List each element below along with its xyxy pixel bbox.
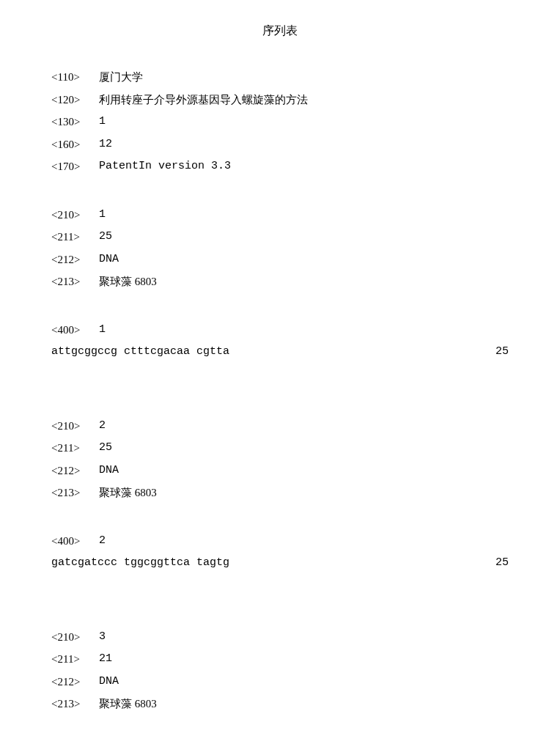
value-120: 利用转座子介导外源基因导入螺旋藻的方法 [99,92,308,108]
seq3-entry-211: <211> 21 [51,651,509,668]
seq3-tag-212: <212> [51,674,99,690]
seq2-value-211: 25 [99,440,112,457]
seq1-value-211: 25 [99,229,112,246]
seq1-sequence: attgcggccg ctttcgacaa cgtta [51,344,229,361]
tag-170: <170> [51,158,99,175]
seq2-tag-213: <213> [51,485,99,501]
seq1-entry-213: <213> 聚球藻 6803 [51,273,509,290]
seq1-tag-212: <212> [51,251,99,268]
seq3-entry-210: <210> 3 [51,629,509,646]
seq3-value-212: DNA [99,674,119,690]
value-110: 厦门大学 [99,69,143,86]
seq2-value-212: DNA [99,463,119,479]
seq2-tag-210: <210> [51,418,99,435]
seq2-sequence: gatcgatccc tggcggttca tagtg [51,555,229,572]
value-130: 1 [99,114,106,130]
seq3-tag-211: <211> [51,651,99,668]
seq2-entry-213: <213> 聚球藻 6803 [51,485,509,501]
seq1-tag-211: <211> [51,229,99,246]
seq2-tag-211: <211> [51,440,99,457]
entry-120: <120> 利用转座子介导外源基因导入螺旋藻的方法 [51,92,509,108]
seq1-entry-400: <400> 1 [51,322,509,339]
entry-160: <160> 12 [51,136,509,153]
seq3-value-210: 3 [99,629,106,646]
seq1-entry-210: <210> 1 [51,207,509,224]
seq3-value-213: 聚球藻 6803 [99,696,157,712]
seq1-tag-400: <400> [51,322,99,339]
value-170: PatentIn version 3.3 [99,158,231,175]
seq2-sequence-row: gatcgatccc tggcggttca tagtg 25 [51,555,509,572]
seq1-entry-212: <212> DNA [51,251,509,268]
entry-110: <110> 厦门大学 [51,69,509,86]
tag-120: <120> [51,92,99,108]
seq2-length: 25 [495,555,509,572]
seq2-value-400: 2 [99,533,106,550]
seq3-entry-212: <212> DNA [51,674,509,690]
seq2-entry-210: <210> 2 [51,418,509,435]
seq1-tag-210: <210> [51,207,99,224]
seq1-value-213: 聚球藻 6803 [99,273,157,290]
seq3-value-211: 21 [99,651,112,668]
seq3-entry-213: <213> 聚球藻 6803 [51,696,509,712]
seq3-tag-210: <210> [51,629,99,646]
seq2-value-210: 2 [99,418,106,435]
value-160: 12 [99,136,112,153]
seq2-tag-212: <212> [51,463,99,479]
tag-160: <160> [51,136,99,153]
page-title: 序列表 [51,22,509,40]
seq2-entry-212: <212> DNA [51,463,509,479]
tag-130: <130> [51,114,99,130]
seq2-entry-211: <211> 25 [51,440,509,457]
seq1-entry-211: <211> 25 [51,229,509,246]
seq1-length: 25 [495,344,509,361]
seq2-value-213: 聚球藻 6803 [99,485,157,501]
seq2-tag-400: <400> [51,533,99,550]
seq1-tag-213: <213> [51,273,99,290]
tag-110: <110> [51,69,99,86]
entry-170: <170> PatentIn version 3.3 [51,158,509,175]
seq1-value-210: 1 [99,207,106,224]
seq2-entry-400: <400> 2 [51,533,509,550]
entry-130: <130> 1 [51,114,509,130]
seq3-tag-213: <213> [51,696,99,712]
seq1-value-400: 1 [99,322,106,339]
seq1-value-212: DNA [99,251,119,268]
seq1-sequence-row: attgcggccg ctttcgacaa cgtta 25 [51,344,509,361]
